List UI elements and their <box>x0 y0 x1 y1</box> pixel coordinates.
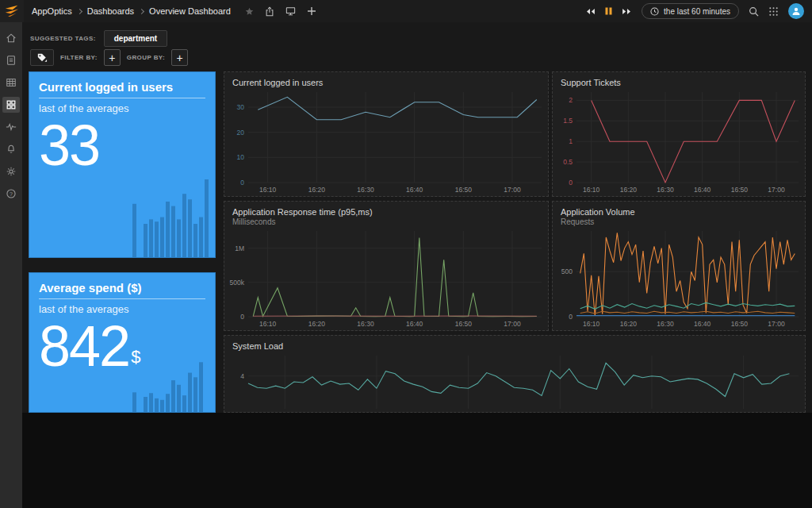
svg-text:1M: 1M <box>235 244 244 252</box>
bell-icon <box>6 144 17 155</box>
add-filter-button[interactable]: + <box>104 49 121 66</box>
chevron-right-icon <box>77 8 82 13</box>
chart-title: Application Response time (p95,ms) <box>224 202 548 217</box>
svg-text:2: 2 <box>569 96 573 104</box>
sidebar-item-dashboards[interactable] <box>2 97 20 113</box>
filter-by-label: FILTER BY: <box>60 54 98 61</box>
favorite-star-icon[interactable] <box>245 7 254 16</box>
time-rewind-icon[interactable] <box>585 8 596 15</box>
svg-text:16:40: 16:40 <box>406 186 423 194</box>
gear-icon <box>6 166 17 177</box>
svg-text:16:50: 16:50 <box>731 186 749 194</box>
tile-value: 33 <box>39 116 205 176</box>
sidebar-item-metrics-table[interactable] <box>2 75 20 90</box>
tile-subtitle: last of the averages <box>39 303 205 315</box>
svg-text:0: 0 <box>240 313 244 321</box>
svg-text:17:00: 17:00 <box>504 186 521 194</box>
search-icon[interactable] <box>749 6 759 17</box>
filter-group-row: FILTER BY: + GROUP BY: + <box>30 49 188 66</box>
time-pause-icon[interactable] <box>605 7 612 15</box>
svg-text:16:30: 16:30 <box>357 186 374 194</box>
breadcrumb: AppOptics Dashboards Overview Dashboard <box>32 6 231 16</box>
tag-icon <box>36 52 48 63</box>
svg-text:0: 0 <box>569 179 573 187</box>
chart-panel-current-users[interactable]: Current logged in users 16:1016:2016:301… <box>224 71 549 197</box>
svg-text:500: 500 <box>561 267 573 275</box>
chart-subtitle: Milliseconds <box>224 217 548 226</box>
chevron-right-icon <box>139 8 144 13</box>
share-icon[interactable] <box>265 6 274 17</box>
svg-text:17:00: 17:00 <box>504 320 521 328</box>
svg-text:16:20: 16:20 <box>620 186 638 194</box>
svg-text:16:10: 16:10 <box>583 320 600 328</box>
sidebar-item-notebook[interactable] <box>2 52 20 68</box>
svg-text:16:50: 16:50 <box>455 186 473 194</box>
main-content: SUGGESTED TAGS: department FILTER BY: + … <box>22 22 812 508</box>
chart-panel-application-volume[interactable]: Application Volume Requests 16:1016:2016… <box>552 201 806 331</box>
app-screen: AppOptics Dashboards Overview Dashboard <box>0 0 812 508</box>
svg-text:16:30: 16:30 <box>657 186 674 194</box>
sidebar-item-help[interactable]: ? <box>2 186 20 202</box>
svg-text:16:20: 16:20 <box>620 320 638 328</box>
solarwinds-logo-icon[interactable] <box>0 0 24 22</box>
tile-value: 842$ <box>39 317 205 377</box>
svg-text:1: 1 <box>569 137 573 145</box>
display-mode-icon[interactable] <box>285 6 296 16</box>
dashboard-actions <box>245 6 316 17</box>
svg-text:0: 0 <box>240 179 244 187</box>
metric-tile-average-spend[interactable]: Average spend ($) last of the averages 8… <box>29 272 216 413</box>
svg-text:0.5: 0.5 <box>563 158 573 166</box>
svg-text:16:10: 16:10 <box>259 320 277 328</box>
user-avatar[interactable] <box>788 3 804 19</box>
line-chart-support-tickets: 16:1016:2016:3016:4016:5017:0000.511.52 <box>553 87 805 196</box>
sidebar-item-home[interactable] <box>2 30 20 46</box>
svg-text:30: 30 <box>237 103 245 111</box>
time-range-selector[interactable]: the last 60 minutes <box>642 3 739 19</box>
add-group-button[interactable]: + <box>171 49 188 66</box>
chart-title: Application Volume <box>553 202 805 217</box>
sidebar-item-settings[interactable] <box>2 164 20 179</box>
svg-text:16:30: 16:30 <box>657 320 674 328</box>
group-by-label: GROUP BY: <box>127 54 165 61</box>
chart-panel-response-time[interactable]: Application Response time (p95,ms) Milli… <box>224 201 549 331</box>
svg-text:16:10: 16:10 <box>259 186 277 194</box>
svg-text:?: ? <box>10 191 13 197</box>
notebook-icon <box>6 55 17 66</box>
chart-title: Current logged in users <box>224 72 548 87</box>
svg-text:500k: 500k <box>230 279 245 287</box>
time-forward-icon[interactable] <box>622 8 632 15</box>
chart-title: Support Tickets <box>553 72 805 87</box>
tag-chip-department[interactable]: department <box>104 30 167 47</box>
suggested-tags-row: SUGGESTED TAGS: department <box>30 30 167 47</box>
chart-panel-system-load[interactable]: System Load 4 <box>224 335 806 413</box>
sidebar-item-activity[interactable] <box>2 119 20 135</box>
svg-text:16:40: 16:40 <box>406 320 423 328</box>
svg-text:17:00: 17:00 <box>768 186 785 194</box>
metric-tile-current-users[interactable]: Current logged in users last of the aver… <box>29 71 216 258</box>
tile-subtitle: last of the averages <box>39 102 205 114</box>
time-range-label: the last 60 minutes <box>664 7 730 16</box>
breadcrumb-dashboards[interactable]: Dashboards <box>87 6 134 16</box>
clock-icon <box>650 7 659 16</box>
activity-icon <box>6 121 17 133</box>
topbar-right: the last 60 minutes <box>585 3 812 19</box>
app-switcher-icon[interactable] <box>768 6 779 17</box>
svg-text:16:20: 16:20 <box>308 320 326 328</box>
table-icon <box>6 77 17 88</box>
home-icon <box>6 33 17 44</box>
svg-text:16:10: 16:10 <box>583 186 600 194</box>
breadcrumb-current[interactable]: Overview Dashboard <box>149 6 231 16</box>
svg-text:16:20: 16:20 <box>308 186 326 194</box>
dashboards-icon <box>6 99 17 110</box>
svg-text:10: 10 <box>237 153 245 161</box>
svg-text:0: 0 <box>569 313 573 321</box>
sidebar-item-alerts[interactable] <box>2 141 20 157</box>
svg-text:20: 20 <box>237 129 245 137</box>
svg-text:16:40: 16:40 <box>694 186 711 194</box>
person-icon <box>791 6 801 16</box>
tag-menu-button[interactable] <box>30 49 54 66</box>
chart-panel-support-tickets[interactable]: Support Tickets 16:1016:2016:3016:4016:5… <box>552 71 806 197</box>
breadcrumb-app[interactable]: AppOptics <box>32 6 72 16</box>
chart-title: System Load <box>224 336 805 351</box>
add-widget-icon[interactable] <box>307 6 316 16</box>
